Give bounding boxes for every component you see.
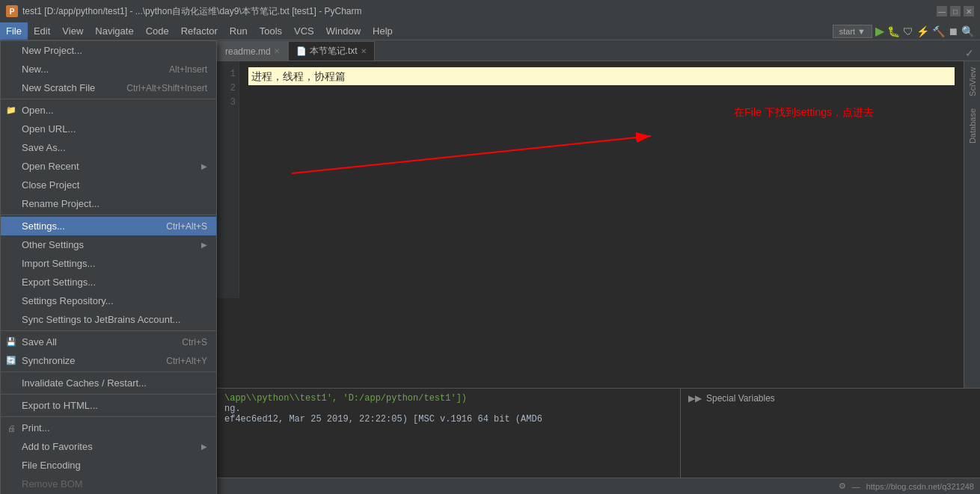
save-as-label: Save As... — [22, 142, 66, 153]
menu-item-import-settings[interactable]: Import Settings... — [1, 254, 216, 273]
tab-readme[interactable]: readme.md ✕ — [217, 41, 288, 61]
menu-item-open-url[interactable]: Open URL... — [1, 120, 216, 138]
new-label: New... — [22, 64, 49, 75]
menu-item-file-encoding[interactable]: File Encoding — [1, 456, 216, 475]
console-output-3: ef4ec6ed12, Mar 25 2019, 22:22:05) [MSC … — [224, 414, 673, 424]
annotation-text: 在File 下找到settings，点进去 — [734, 106, 874, 120]
tab-notes-label: 本节笔记.txt — [310, 45, 358, 58]
separator-after-export-html — [1, 416, 216, 417]
menu-view[interactable]: View — [56, 22, 89, 40]
stop-button[interactable]: ⏹ — [948, 25, 958, 37]
open-icon: 📁 — [5, 105, 17, 115]
import-settings-label: Import Settings... — [22, 258, 95, 269]
new-scratch-label: New Scratch File — [22, 82, 95, 93]
print-icon: 🖨 — [5, 424, 17, 433]
line-number-2: 2 — [217, 81, 236, 96]
new-project-label: New Project... — [22, 45, 82, 56]
menu-item-print[interactable]: 🖨Print... — [1, 419, 216, 437]
minimize-panel-icon[interactable]: — — [852, 482, 860, 491]
separator-after-rename-project — [1, 214, 216, 215]
rename-project-label: Rename Project... — [22, 198, 99, 209]
menu-item-open[interactable]: 📁Open... — [1, 101, 216, 120]
status-url: https://blog.csdn.net/q321248 — [866, 482, 974, 491]
gear-settings-icon[interactable]: ⚙ — [839, 481, 846, 491]
menu-item-open-recent[interactable]: Open Recent▶ — [1, 157, 216, 176]
other-settings-label: Other Settings — [22, 239, 84, 250]
editor-line-1: 进程，线程，协程篇 — [248, 67, 955, 85]
menu-item-other-settings[interactable]: Other Settings▶ — [1, 235, 216, 254]
print-label: Print... — [22, 422, 50, 433]
save-all-label: Save All — [22, 336, 57, 348]
menu-item-add-to-favorites[interactable]: Add to Favorites▶ — [1, 437, 216, 456]
export-html-label: Export to HTML... — [22, 400, 98, 411]
open-recent-arrow-icon: ▶ — [201, 162, 207, 170]
menu-item-new-project[interactable]: New Project... — [1, 41, 216, 60]
menu-item-synchronize[interactable]: 🔄SynchronizeCtrl+Alt+Y — [1, 351, 216, 370]
menu-item-sync-settings[interactable]: Sync Settings to JetBrains Account... — [1, 310, 216, 329]
menu-item-new[interactable]: New...Alt+Insert — [1, 60, 216, 78]
minimize-button[interactable]: — — [937, 6, 947, 16]
title-bar-left: P test1 [D:/app/python/test1] - ...\pyth… — [6, 5, 362, 18]
menu-item-close-project[interactable]: Close Project — [1, 176, 216, 194]
run-button[interactable]: ▶ — [875, 24, 884, 38]
open-label: Open... — [22, 105, 54, 116]
menu-item-invalidate-caches[interactable]: Invalidate Caches / Restart... — [1, 374, 216, 392]
add-to-favorites-label: Add to Favorites — [22, 441, 93, 452]
separator-after-synchronize — [1, 371, 216, 372]
menu-item-rename-project[interactable]: Rename Project... — [1, 194, 216, 213]
menu-vcs[interactable]: VCS — [288, 22, 320, 40]
close-button[interactable]: ✕ — [964, 6, 974, 16]
search-everywhere-button[interactable]: 🔍 — [961, 25, 974, 37]
menu-navigate[interactable]: Navigate — [89, 22, 139, 40]
menu-item-export-html[interactable]: Export to HTML... — [1, 396, 216, 415]
sync-settings-label: Sync Settings to JetBrains Account... — [22, 314, 180, 325]
window-controls[interactable]: — □ ✕ — [937, 6, 974, 16]
menu-code[interactable]: Code — [140, 22, 175, 40]
dropdown-arrow-icon: ▼ — [857, 27, 866, 36]
separator-after-sync-settings — [1, 330, 216, 331]
sciview-tab[interactable]: SciView — [967, 61, 979, 102]
profile-button[interactable]: ⚡ — [916, 25, 929, 37]
menu-bar: File Edit View Navigate Code Refactor Ru… — [0, 22, 980, 40]
tab-notes[interactable]: 📄 本节笔记.txt ✕ — [288, 41, 375, 61]
build-button[interactable]: 🔨 — [932, 25, 945, 37]
special-variables-label: Special Variables — [706, 393, 775, 404]
menu-file[interactable]: File — [0, 22, 28, 40]
menu-item-save-as[interactable]: Save As... — [1, 138, 216, 157]
special-variables-header: ▶▶ Special Variables — [688, 393, 973, 404]
start-config-button[interactable]: start ▼ — [833, 25, 872, 38]
save-all-icon: 💾 — [5, 337, 17, 347]
tab-readme-close[interactable]: ✕ — [274, 47, 280, 55]
coverage-button[interactable]: 🛡 — [903, 25, 913, 37]
database-tab[interactable]: Database — [967, 102, 979, 149]
menu-item-export-settings[interactable]: Export Settings... — [1, 273, 216, 291]
menu-item-remove-bom: Remove BOM — [1, 475, 216, 493]
open-url-label: Open URL... — [22, 123, 76, 135]
maximize-button[interactable]: □ — [950, 6, 961, 16]
tab-notes-close[interactable]: ✕ — [361, 47, 367, 55]
debug-button[interactable]: 🐛 — [887, 25, 900, 37]
separator-after-invalidate-caches — [1, 394, 216, 395]
menu-item-settings[interactable]: Settings...Ctrl+Alt+S — [1, 217, 216, 235]
export-settings-label: Export Settings... — [22, 277, 96, 288]
window-title: test1 [D:/app/python/test1] - ...\python… — [22, 5, 362, 18]
app-icon: P — [6, 5, 18, 17]
menu-help[interactable]: Help — [367, 22, 399, 40]
menu-item-settings-repo[interactable]: Settings Repository... — [1, 291, 216, 310]
separator-after-new-scratch — [1, 99, 216, 99]
menu-window[interactable]: Window — [320, 22, 367, 40]
menu-refactor[interactable]: Refactor — [175, 22, 224, 40]
menu-item-save-all[interactable]: 💾Save AllCtrl+S — [1, 333, 216, 351]
menu-run[interactable]: Run — [224, 22, 254, 40]
menu-tools[interactable]: Tools — [254, 22, 288, 40]
other-settings-arrow-icon: ▶ — [201, 241, 207, 249]
line-number-3: 3 — [217, 96, 236, 110]
menu-item-new-scratch[interactable]: New Scratch FileCtrl+Alt+Shift+Insert — [1, 78, 216, 97]
invalidate-caches-label: Invalidate Caches / Restart... — [22, 377, 147, 389]
file-icon: 📄 — [296, 46, 307, 56]
menu-edit[interactable]: Edit — [28, 22, 56, 40]
console-output-2: ng. — [224, 404, 673, 414]
new-shortcut: Alt+Insert — [169, 64, 207, 75]
right-sidebar-toggle[interactable]: ✓ — [962, 46, 977, 61]
add-to-favorites-arrow-icon: ▶ — [201, 442, 207, 451]
